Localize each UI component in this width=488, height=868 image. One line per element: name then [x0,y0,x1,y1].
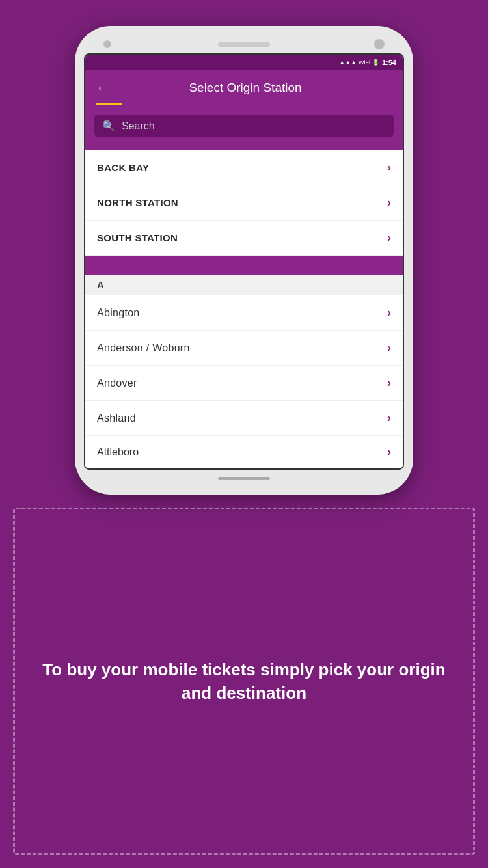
station-item-anderson-woburn[interactable]: Anderson / Woburn › [85,331,403,366]
station-item-south-station[interactable]: SOUTH STATION › [85,221,403,256]
search-bar[interactable]: 🔍 [94,115,394,137]
phone-sensor [374,39,385,49]
progress-indicator [96,103,122,105]
station-name: Abington [97,307,140,319]
phone-device: ▲▲▲ WiFi 🔋 1:54 ← Select Origin Station … [75,26,413,495]
station-name: NORTH STATION [97,197,178,208]
search-icon: 🔍 [102,120,115,132]
chevron-right-icon: › [387,196,391,210]
signal-icon: ▲▲▲ [339,59,357,66]
battery-icon: 🔋 [372,59,379,66]
page-title: Select Origin Station [118,81,373,95]
station-name: SOUTH STATION [97,232,178,243]
phone-top-bar [84,38,404,53]
phone-speaker [218,42,270,47]
chevron-right-icon: › [387,376,391,390]
station-item-attleboro[interactable]: Attleboro › [85,436,403,468]
back-button[interactable]: ← [96,79,110,96]
station-name: Andover [97,377,137,389]
status-time: 1:54 [382,59,396,66]
phone-bottom-bar [84,470,404,483]
chevron-right-icon: › [387,231,391,245]
chevron-right-icon: › [387,445,391,459]
alpha-section-header: A [85,275,403,295]
section-divider [85,256,403,275]
station-name: Attleboro [97,446,139,458]
bottom-text-area: To buy your mobile tickets simply pick y… [0,495,488,868]
front-camera [103,40,111,48]
station-item-abington[interactable]: Abington › [85,295,403,331]
station-name: Anderson / Woburn [97,342,190,354]
chevron-right-icon: › [387,341,391,355]
app-header: ← Select Origin Station [85,70,403,103]
wifi-icon: WiFi [359,59,370,66]
status-bar: ▲▲▲ WiFi 🔋 1:54 [85,55,403,70]
station-name: BACK BAY [97,162,149,173]
station-item-andover[interactable]: Andover › [85,366,403,401]
status-icons: ▲▲▲ WiFi 🔋 [339,59,379,66]
stations-list: Abington › Anderson / Woburn › Andover ›… [85,295,403,468]
chevron-right-icon: › [387,411,391,425]
marketing-text: To buy your mobile tickets simply pick y… [39,658,449,705]
home-indicator [218,477,270,480]
station-item-north-station[interactable]: NORTH STATION › [85,185,403,221]
search-input[interactable] [122,120,386,132]
station-name: Ashland [97,413,136,424]
featured-stations-list: BACK BAY › NORTH STATION › SOUTH STATION… [85,150,403,256]
alpha-label: A [97,279,104,290]
phone-screen: ▲▲▲ WiFi 🔋 1:54 ← Select Origin Station … [84,53,404,470]
station-item-back-bay[interactable]: BACK BAY › [85,150,403,185]
station-item-ashland[interactable]: Ashland › [85,401,403,436]
chevron-right-icon: › [387,306,391,319]
chevron-right-icon: › [387,161,391,174]
